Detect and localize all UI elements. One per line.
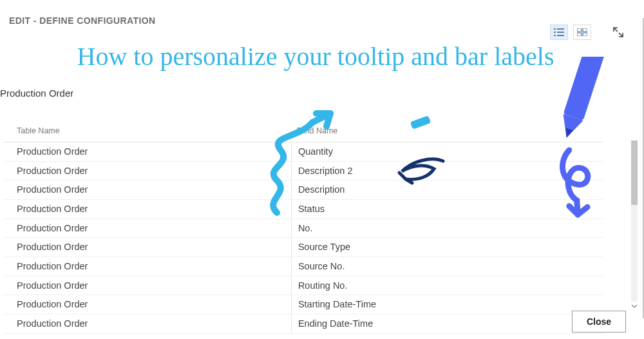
cell-field-name[interactable]: Description 2 — [291, 161, 603, 180]
cell-table-name[interactable]: Production Order — [4, 276, 291, 295]
close-button[interactable]: Close — [572, 311, 626, 333]
cell-table-name[interactable]: Production Order — [4, 257, 291, 276]
cell-field-name[interactable]: Ending Date-Time — [291, 315, 603, 334]
table-row[interactable]: Production OrderEnding Date-Time — [4, 315, 603, 334]
table-header-field-name[interactable]: Field Name — [291, 121, 603, 142]
table-header-row: Table Name Field Name — [4, 121, 603, 142]
cell-field-name[interactable]: Status — [291, 200, 603, 219]
list-view-button[interactable] — [550, 24, 568, 40]
expand-icon — [612, 26, 625, 39]
cell-table-name[interactable]: Production Order — [4, 200, 291, 219]
page-title: EDIT - DEFINE CONFIGURATION — [9, 15, 631, 26]
cell-field-name[interactable]: Source Type — [291, 238, 603, 257]
cell-table-name[interactable]: Production Order — [4, 295, 291, 315]
cell-field-name[interactable]: Quantity — [291, 142, 603, 162]
cell-field-name[interactable]: Source No. — [291, 257, 603, 276]
svg-rect-1 — [557, 28, 564, 30]
cell-field-name[interactable]: Starting Date-Time — [291, 295, 603, 315]
cell-table-name[interactable]: Production Order — [4, 161, 291, 180]
cell-table-name[interactable]: Production Order — [4, 142, 291, 162]
svg-rect-3 — [557, 32, 564, 33]
scrollbar-down-icon[interactable] — [631, 303, 638, 309]
tiles-icon — [577, 28, 587, 36]
cell-field-name[interactable]: No. — [291, 218, 603, 238]
cell-table-name[interactable]: Production Order — [4, 315, 291, 334]
svg-rect-9 — [583, 33, 587, 36]
cell-field-name[interactable]: Routing No. — [291, 276, 603, 295]
svg-rect-7 — [583, 28, 587, 32]
svg-rect-0 — [554, 28, 556, 30]
cell-table-name[interactable]: Production Order — [4, 238, 291, 257]
config-table: Table Name Field Name Production OrderQu… — [4, 121, 603, 334]
table-row[interactable]: Production OrderRouting No. — [4, 276, 603, 295]
svg-rect-5 — [557, 35, 564, 36]
cell-table-name[interactable]: Production Order — [4, 218, 291, 238]
svg-rect-4 — [554, 35, 556, 36]
svg-rect-2 — [554, 32, 556, 33]
table-row[interactable]: Production OrderStarting Date-Time — [4, 295, 603, 315]
table-row[interactable]: Production OrderNo. — [4, 218, 603, 238]
annotation-text: How to personalize your tooltip and bar … — [71, 43, 560, 71]
expand-button[interactable] — [609, 23, 627, 41]
table-row[interactable]: Production OrderDescription 2 — [4, 161, 603, 180]
table-row[interactable]: Production OrderQuantity — [4, 142, 603, 162]
table-row[interactable]: Production OrderDescription — [4, 180, 603, 200]
table-header-table-name[interactable]: Table Name — [4, 121, 291, 142]
tiles-view-button[interactable] — [573, 24, 591, 40]
scrollbar[interactable] — [631, 140, 638, 302]
svg-rect-8 — [577, 33, 582, 36]
table-row[interactable]: Production OrderSource No. — [4, 257, 603, 276]
svg-rect-6 — [577, 28, 582, 32]
cell-table-name[interactable]: Production Order — [4, 180, 291, 200]
scrollbar-thumb[interactable] — [631, 140, 638, 205]
cell-field-name[interactable]: Description — [291, 180, 603, 200]
table-row[interactable]: Production OrderSource Type — [4, 238, 603, 257]
list-icon — [554, 28, 564, 36]
svg-rect-11 — [564, 57, 606, 121]
subtitle: Production Order — [0, 88, 73, 99]
view-toolbar — [550, 23, 627, 41]
table-row[interactable]: Production OrderStatus — [4, 200, 603, 219]
